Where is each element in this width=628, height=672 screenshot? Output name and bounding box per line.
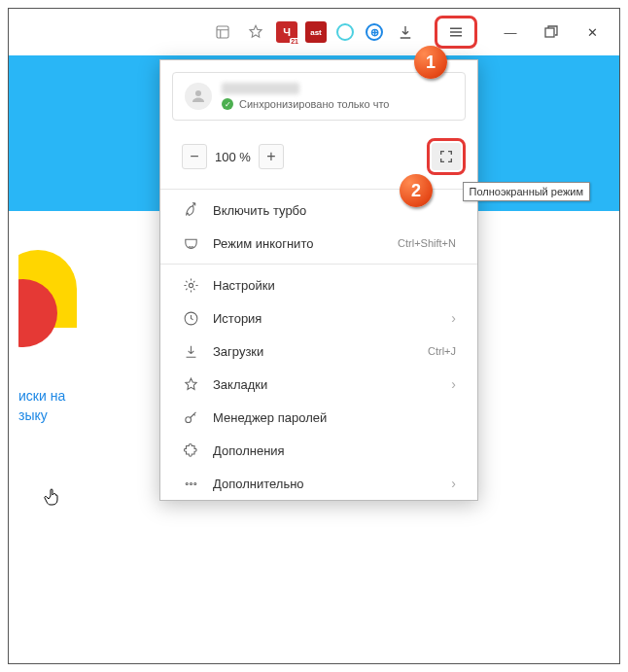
- menu-item-advanced[interactable]: Дополнительно ›: [160, 467, 477, 500]
- sync-status-text: Синхронизировано только что: [239, 98, 389, 110]
- window-minimize-button[interactable]: —: [491, 17, 530, 48]
- left-thumbnail: scribe: [18, 250, 87, 386]
- account-name-blurred: [222, 83, 299, 94]
- svg-rect-1: [545, 28, 554, 37]
- menu-label: Включить турбо: [213, 203, 306, 218]
- menu-item-settings[interactable]: Настройки: [160, 268, 477, 301]
- callout-1: 1: [414, 46, 447, 79]
- fullscreen-button[interactable]: [432, 143, 461, 170]
- extension-3-icon[interactable]: [334, 21, 356, 43]
- zoom-out-button[interactable]: −: [182, 144, 207, 169]
- star-icon: [182, 375, 199, 393]
- hamburger-menu-button[interactable]: [443, 20, 469, 44]
- menu-label: Настройки: [213, 278, 275, 293]
- menu-label: История: [213, 311, 262, 326]
- browser-toolbar: Ч 21 ast ⊕ — ✕: [9, 9, 619, 55]
- menu-item-downloads[interactable]: Загрузки Ctrl+J: [160, 335, 477, 368]
- ext-1-badge: 21: [290, 38, 299, 45]
- sync-check-icon: ✓: [222, 98, 233, 110]
- svg-point-8: [193, 482, 195, 484]
- zoom-value: 100 %: [215, 150, 251, 164]
- menu-item-addons[interactable]: Дополнения: [160, 434, 477, 467]
- download-icon: [182, 342, 199, 360]
- avatar-icon: [185, 83, 212, 110]
- shortcut-text: Ctrl+J: [428, 345, 456, 357]
- menu-label: Дополнительно: [213, 477, 304, 491]
- svg-point-6: [186, 482, 188, 484]
- history-icon: [182, 309, 199, 327]
- menu-item-passwords[interactable]: Менеджер паролей: [160, 401, 477, 434]
- key-icon: [182, 408, 199, 426]
- menu-label: Менеджер паролей: [213, 410, 327, 425]
- window-maximize-button[interactable]: [532, 17, 571, 48]
- rocket-icon: [182, 201, 199, 219]
- ext-1-label: Ч: [283, 26, 291, 38]
- bookmark-star-icon[interactable]: [240, 17, 271, 48]
- puzzle-icon: [182, 442, 199, 459]
- menu-label: Режим инкогнито: [213, 236, 313, 251]
- fullscreen-highlight: [427, 138, 466, 175]
- menu-button-highlight: [435, 16, 477, 49]
- extension-2-icon[interactable]: ast: [305, 21, 327, 43]
- chevron-right-icon: ›: [451, 476, 456, 491]
- ext-2-label: ast: [310, 28, 322, 37]
- chevron-right-icon: ›: [451, 310, 456, 326]
- svg-point-2: [195, 90, 201, 96]
- menu-label: Закладки: [213, 377, 267, 392]
- menu-item-incognito[interactable]: Режим инкогнито Ctrl+Shift+N: [160, 227, 477, 260]
- fullscreen-tooltip: Полноэкранный режим: [463, 182, 591, 201]
- window-close-button[interactable]: ✕: [573, 17, 611, 48]
- menu-item-bookmarks[interactable]: Закладки ›: [160, 368, 477, 401]
- mask-icon: [182, 234, 199, 252]
- tabs-grid-icon[interactable]: [207, 17, 238, 48]
- svg-rect-0: [217, 26, 228, 38]
- extension-1-icon[interactable]: Ч 21: [276, 21, 297, 43]
- chevron-right-icon: ›: [451, 376, 456, 392]
- left-caption[interactable]: иски на зыку: [18, 386, 87, 425]
- menu-label: Загрузки: [213, 344, 263, 359]
- menu-item-history[interactable]: История ›: [160, 301, 477, 335]
- main-menu-dropdown: ✓ Синхронизировано только что − 100 % + …: [159, 59, 478, 501]
- svg-point-5: [185, 416, 191, 422]
- callout-2: 2: [400, 174, 433, 207]
- shortcut-text: Ctrl+Shift+N: [398, 237, 456, 249]
- menu-label: Дополнения: [213, 443, 285, 458]
- sync-account-box[interactable]: ✓ Синхронизировано только что: [172, 72, 466, 121]
- zoom-in-button[interactable]: +: [259, 144, 284, 169]
- svg-point-7: [190, 482, 192, 484]
- cursor-hand-icon: [42, 485, 65, 509]
- svg-point-3: [189, 283, 192, 287]
- dots-icon: [182, 475, 199, 492]
- downloads-icon[interactable]: [390, 17, 421, 48]
- gear-icon: [182, 276, 199, 294]
- zoom-row: − 100 % +: [160, 132, 477, 185]
- extension-4-icon[interactable]: ⊕: [364, 21, 385, 43]
